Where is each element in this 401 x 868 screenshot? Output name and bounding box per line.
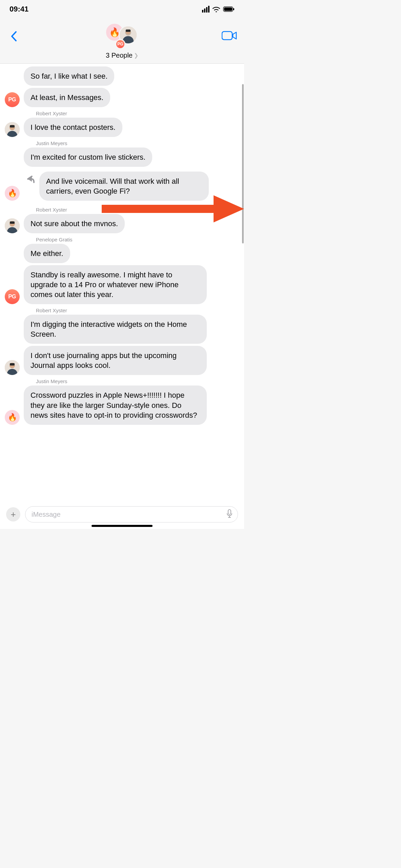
message-bubble[interactable]: I love the contact posters. (24, 118, 122, 137)
message-bubble[interactable]: Not sure about the mvnos. (24, 214, 125, 233)
avatar-robert[interactable] (5, 122, 20, 137)
svg-rect-21 (10, 363, 15, 366)
avatar-justin[interactable]: 🔥 (5, 186, 20, 201)
svg-rect-22 (228, 510, 231, 514)
battery-icon (223, 6, 235, 12)
avatar-robert[interactable] (5, 218, 20, 233)
back-button[interactable] (7, 29, 20, 43)
message-input-wrap[interactable] (25, 506, 238, 522)
apps-plus-button[interactable]: + (6, 507, 20, 521)
svg-rect-12 (10, 125, 15, 127)
avatar-pg[interactable]: PG (5, 92, 20, 107)
message-bubble[interactable]: I'm digging the interactive widgets on t… (24, 315, 207, 344)
sender-label: Penelope Gratis (36, 237, 239, 242)
cellular-signal-icon (202, 6, 209, 13)
dictation-mic-icon[interactable] (226, 509, 233, 519)
conversation-header: 🔥 PG 3 People ❯ (0, 18, 244, 64)
message-bubble[interactable]: I don't use journaling apps but the upco… (24, 346, 207, 375)
message-bubble[interactable]: At least, in Messages. (24, 88, 110, 107)
status-indicators (202, 6, 235, 13)
svg-rect-7 (126, 29, 131, 32)
header-subtitle[interactable]: 3 People ❯ (7, 52, 237, 59)
chevron-right-icon: ❯ (134, 52, 138, 59)
avatar-pg[interactable]: PG (5, 289, 20, 304)
participant-count-label: 3 People (106, 52, 133, 59)
messages-scroll-area[interactable]: So far, I like what I see. PG At least, … (0, 64, 244, 500)
avatar-pg-badge: PG (115, 39, 125, 49)
wifi-icon (212, 6, 220, 12)
sender-label: Justin Meyers (36, 140, 239, 146)
message-bubble[interactable]: Me either. (24, 244, 70, 263)
svg-rect-2 (233, 8, 234, 10)
sender-label: Robert Xyster (36, 111, 239, 116)
svg-rect-1 (224, 7, 232, 11)
avatar-justin[interactable]: 🔥 (5, 410, 20, 425)
message-bubble[interactable]: Standby is really awesome. I might have … (24, 265, 207, 304)
message-input[interactable] (32, 511, 226, 518)
svg-rect-17 (10, 221, 15, 224)
status-time: 09:41 (9, 5, 28, 14)
facetime-button[interactable] (222, 31, 237, 42)
status-bar: 09:41 (0, 0, 244, 18)
svg-rect-8 (222, 32, 232, 40)
message-bubble[interactable]: Crossword puzzles in Apple News+!!!!!!! … (24, 386, 207, 425)
sender-label: Robert Xyster (36, 308, 239, 313)
sender-label: Justin Meyers (36, 378, 239, 384)
home-indicator[interactable] (92, 525, 153, 527)
message-bubble[interactable]: I'm excited for custom live stickers. (24, 147, 152, 167)
avatar-robert[interactable] (5, 360, 20, 375)
group-avatar-cluster[interactable]: 🔥 PG (102, 23, 140, 50)
svg-rect-13 (102, 205, 217, 213)
reply-indicator-icon (26, 175, 35, 184)
message-bubble[interactable]: So far, I like what I see. (24, 66, 114, 86)
